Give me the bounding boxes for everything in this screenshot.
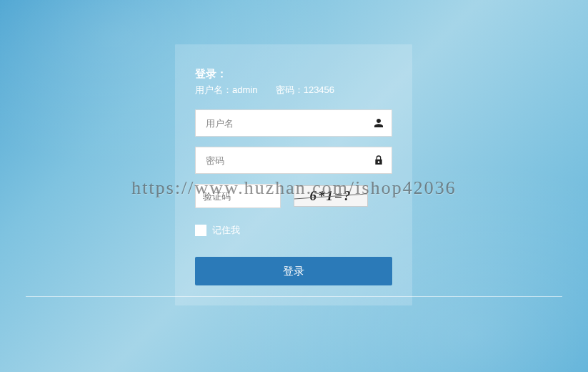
divider [26,296,562,297]
remember-row: 记住我 [195,224,392,237]
login-button[interactable]: 登录 [195,257,392,285]
username-input[interactable] [195,109,392,137]
login-title: 登录： [195,67,392,81]
lock-icon [372,154,385,167]
remember-checkbox[interactable] [195,225,206,236]
hint-user-label: 用户名： [195,84,232,97]
login-panel: 登录： 用户名：admin 密码：123456 6*1=? 记住我 登录 [175,44,412,305]
login-hint: 用户名：admin 密码：123456 [195,84,392,97]
password-row [195,147,392,174]
username-row [195,109,392,137]
captcha-input[interactable] [195,184,281,208]
captcha-row: 6*1=? [195,184,392,208]
hint-pass-label: 密码： [276,84,304,97]
password-input[interactable] [195,147,392,174]
user-icon [372,117,385,129]
captcha-image[interactable]: 6*1=? [294,185,368,207]
hint-user-value: admin [232,84,257,95]
hint-pass-value: 123456 [304,84,334,95]
remember-label[interactable]: 记住我 [212,224,240,237]
